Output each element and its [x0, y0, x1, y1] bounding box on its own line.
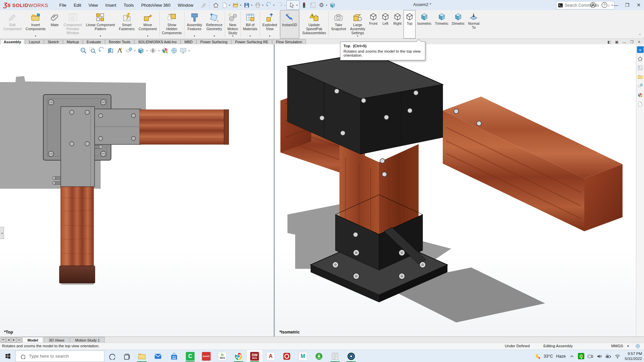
menu-window[interactable]: Window [174, 1, 197, 9]
chevron-down-icon[interactable]: ▾ [35, 35, 36, 38]
menu-photoview-360[interactable]: PhotoView 360 [138, 1, 174, 9]
tab-power-surfacing-re[interactable]: Power Surfacing RE [231, 39, 272, 44]
close-button[interactable]: ✕ [635, 2, 642, 8]
view-button-left[interactable]: Left [379, 10, 391, 39]
quick-assist-icon[interactable]: Q [578, 353, 584, 359]
traffic-light-icon[interactable] [300, 1, 308, 9]
task-view-button[interactable] [119, 350, 134, 362]
ribbon-button-mate[interactable]: Mate [48, 10, 62, 39]
next-tab-icon[interactable]: ▶ [11, 337, 16, 343]
weather-condition[interactable]: Haze [556, 354, 566, 359]
display-style-icon[interactable] [137, 47, 145, 54]
chevron-down-icon[interactable]: ▾ [214, 35, 215, 38]
taskbar-app-maya[interactable]: M [295, 350, 311, 362]
design-library-icon[interactable] [637, 64, 644, 71]
taskbar-app-solidworks[interactable]: SW2021 [247, 350, 263, 362]
taskbar-app-idm[interactable] [311, 350, 327, 362]
print-icon[interactable] [254, 1, 262, 9]
taskbar-app-file-explorer[interactable] [134, 350, 150, 362]
restore-document-icon[interactable]: ❐ [630, 40, 634, 44]
apply-scene-icon[interactable] [170, 47, 178, 54]
status-globe-icon[interactable] [635, 343, 641, 350]
help-icon[interactable] [601, 2, 608, 8]
custom-properties-icon[interactable] [637, 101, 644, 107]
file-explorer-pane-icon[interactable] [637, 73, 644, 80]
taskbar-app-mail[interactable] [150, 350, 166, 362]
tab-layout[interactable]: Layout [25, 39, 44, 44]
viewport-isometric-view[interactable] [275, 44, 644, 337]
view-settings-icon[interactable] [179, 47, 187, 54]
chevron-down-icon[interactable]: ▾ [147, 35, 148, 38]
chevron-down-icon[interactable]: ▾ [158, 49, 160, 52]
section-view-icon[interactable] [107, 47, 114, 54]
restore-button[interactable]: ❐ [624, 2, 631, 8]
show-hidden-icons-chevron[interactable] [569, 353, 575, 359]
zoom-to-area-icon[interactable] [89, 47, 96, 54]
chevron-down-icon[interactable]: ▾ [189, 49, 190, 52]
taskbar-search-input[interactable] [28, 353, 97, 359]
tab-power-surfacing[interactable]: Power Surfacing [197, 39, 231, 44]
view-button-trimetric[interactable]: Trimetric [433, 10, 450, 39]
units-caret-icon[interactable]: ▲ [627, 344, 630, 347]
last-tab-icon[interactable]: ⏭ [17, 337, 22, 343]
open-document-icon[interactable] [231, 1, 239, 9]
appearances-scenes-icon[interactable] [637, 92, 644, 98]
previous-view-icon[interactable] [98, 47, 105, 54]
edit-appearance-icon[interactable] [161, 47, 169, 54]
menu-file[interactable]: File [56, 1, 70, 9]
tab-markup[interactable]: Markup [63, 39, 83, 44]
chevron-down-icon[interactable]: ▾ [357, 35, 358, 38]
view-button-top[interactable]: Top [404, 10, 416, 39]
ribbon-button-reference-geometry[interactable]: Reference Geometry ▾ [204, 10, 224, 39]
ribbon-button-assembly-features[interactable]: Assembly Features ▾ [185, 10, 204, 39]
taskbar-app-media-player[interactable] [279, 350, 295, 362]
taskbar-app-notepad[interactable] [327, 350, 343, 362]
tab-render-tools[interactable]: Render Tools [105, 39, 134, 44]
home-icon[interactable] [212, 1, 220, 9]
meet-now-camera-icon[interactable] [587, 353, 593, 359]
view-orientation-icon[interactable] [125, 47, 132, 54]
taskbar-app-le-2021[interactable]: le2021 [214, 350, 230, 362]
units-selector[interactable]: MMGS [611, 344, 623, 348]
tab-motion-study-1[interactable]: Motion Study 1 [70, 337, 105, 343]
ribbon-button-bill-of-materials[interactable]: Bill of Materials ▾ [241, 10, 260, 39]
ribbon-button-update-speedpak-subassemblies[interactable]: Update SpeedPak Subassemblies [300, 10, 328, 39]
chevron-down-icon[interactable]: ▾ [100, 35, 101, 38]
wifi-icon[interactable] [614, 353, 621, 359]
tab-model[interactable]: Model [22, 337, 43, 343]
weather-temp[interactable]: 33°C [544, 354, 553, 359]
options-gear-icon[interactable]: ⚙ [317, 1, 325, 9]
ribbon-button-large-assembly-settings[interactable]: Large Assembly Settings ▾ [348, 10, 367, 39]
ribbon-button-linear-component-pattern[interactable]: Linear Component Pattern ▾ [84, 10, 117, 39]
taskbar-app-thumbnail-maker[interactable]: MAKER [198, 350, 214, 362]
viewport-divider[interactable] [274, 44, 275, 337]
battery-icon[interactable] [605, 353, 611, 359]
hide-show-items-icon[interactable] [149, 47, 157, 54]
solidworks-resources-icon[interactable] [637, 55, 644, 62]
split-pane-icon[interactable]: ▣ [615, 40, 619, 44]
view-button-isometric[interactable]: Isometric [416, 10, 433, 39]
collapse-ribbon-icon[interactable]: ⌃ [639, 34, 641, 37]
account-icon[interactable] [590, 2, 596, 8]
clock[interactable]: 9:57 PM 5/31/2022 [624, 351, 642, 361]
minimize-document-icon[interactable]: — [623, 40, 626, 44]
viewport-top-view[interactable] [0, 44, 274, 337]
ribbon-button-exploded-view[interactable]: Exploded View ▾ [260, 10, 279, 39]
task-pane-chevron-icon[interactable]: « [637, 46, 644, 53]
minimize-button[interactable]: — [612, 2, 619, 8]
taskbar-app-camtasia[interactable]: C [182, 350, 198, 362]
appearance-cube-icon[interactable] [328, 1, 336, 9]
tab-assembly[interactable]: Assembly [0, 39, 25, 44]
start-button[interactable] [0, 350, 15, 362]
ribbon-button-move-component[interactable]: Move Component ▾ [137, 10, 159, 39]
feature-panel-splitter[interactable]: ◂ [0, 227, 4, 239]
select-cursor-button[interactable]: ▾ [286, 0, 300, 10]
previous-pane-icon[interactable]: ◧ [607, 40, 611, 44]
ribbon-button-show-hidden-components[interactable]: Show Hidden Components [160, 10, 184, 39]
annotations-icon[interactable] [116, 47, 123, 54]
zoom-to-fit-icon[interactable] [80, 47, 87, 54]
view-button-dimetric[interactable]: Dimetric [450, 10, 467, 39]
close-document-icon[interactable]: ✕ [638, 40, 641, 44]
volume-icon[interactable] [596, 353, 602, 359]
ribbon-button-take-snapshot[interactable]: Take Snapshot [329, 10, 348, 39]
